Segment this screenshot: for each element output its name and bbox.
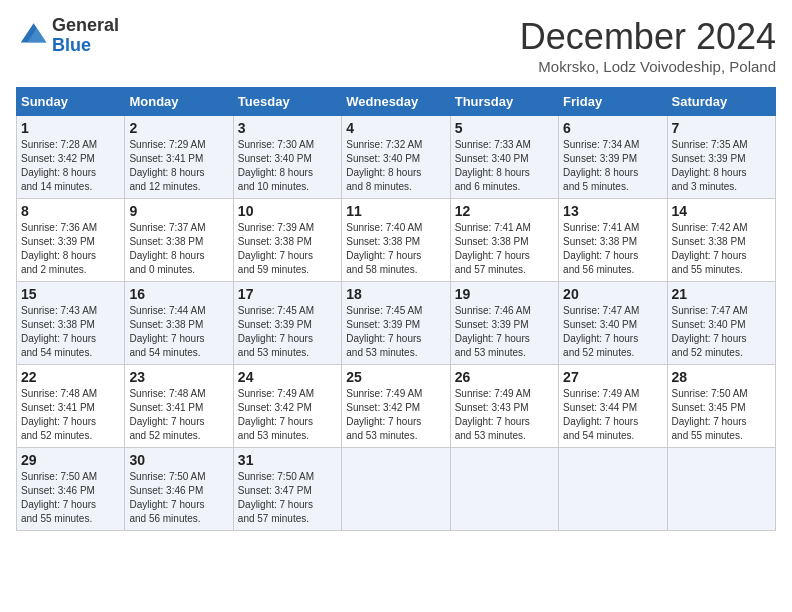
calendar-cell: 4Sunrise: 7:32 AM Sunset: 3:40 PM Daylig…	[342, 116, 450, 199]
day-info: Sunrise: 7:29 AM Sunset: 3:41 PM Dayligh…	[129, 138, 228, 194]
day-info: Sunrise: 7:47 AM Sunset: 3:40 PM Dayligh…	[563, 304, 662, 360]
day-info: Sunrise: 7:48 AM Sunset: 3:41 PM Dayligh…	[129, 387, 228, 443]
day-number: 22	[21, 369, 120, 385]
calendar-cell: 30Sunrise: 7:50 AM Sunset: 3:46 PM Dayli…	[125, 448, 233, 531]
day-info: Sunrise: 7:39 AM Sunset: 3:38 PM Dayligh…	[238, 221, 337, 277]
day-number: 13	[563, 203, 662, 219]
calendar-cell: 8Sunrise: 7:36 AM Sunset: 3:39 PM Daylig…	[17, 199, 125, 282]
day-info: Sunrise: 7:30 AM Sunset: 3:40 PM Dayligh…	[238, 138, 337, 194]
logo: General Blue	[16, 16, 119, 56]
day-info: Sunrise: 7:40 AM Sunset: 3:38 PM Dayligh…	[346, 221, 445, 277]
calendar-cell: 2Sunrise: 7:29 AM Sunset: 3:41 PM Daylig…	[125, 116, 233, 199]
calendar-cell: 27Sunrise: 7:49 AM Sunset: 3:44 PM Dayli…	[559, 365, 667, 448]
day-number: 21	[672, 286, 771, 302]
calendar-cell: 5Sunrise: 7:33 AM Sunset: 3:40 PM Daylig…	[450, 116, 558, 199]
day-info: Sunrise: 7:50 AM Sunset: 3:47 PM Dayligh…	[238, 470, 337, 526]
day-info: Sunrise: 7:50 AM Sunset: 3:46 PM Dayligh…	[129, 470, 228, 526]
column-header-thursday: Thursday	[450, 88, 558, 116]
calendar-cell: 7Sunrise: 7:35 AM Sunset: 3:39 PM Daylig…	[667, 116, 775, 199]
column-header-monday: Monday	[125, 88, 233, 116]
day-number: 12	[455, 203, 554, 219]
title-block: December 2024 Mokrsko, Lodz Voivodeship,…	[520, 16, 776, 75]
week-row-3: 15Sunrise: 7:43 AM Sunset: 3:38 PM Dayli…	[17, 282, 776, 365]
calendar-cell: 6Sunrise: 7:34 AM Sunset: 3:39 PM Daylig…	[559, 116, 667, 199]
week-row-1: 1Sunrise: 7:28 AM Sunset: 3:42 PM Daylig…	[17, 116, 776, 199]
calendar-cell: 25Sunrise: 7:49 AM Sunset: 3:42 PM Dayli…	[342, 365, 450, 448]
logo-icon	[16, 20, 48, 52]
week-row-2: 8Sunrise: 7:36 AM Sunset: 3:39 PM Daylig…	[17, 199, 776, 282]
day-info: Sunrise: 7:41 AM Sunset: 3:38 PM Dayligh…	[455, 221, 554, 277]
calendar-cell: 29Sunrise: 7:50 AM Sunset: 3:46 PM Dayli…	[17, 448, 125, 531]
day-number: 15	[21, 286, 120, 302]
calendar-cell: 16Sunrise: 7:44 AM Sunset: 3:38 PM Dayli…	[125, 282, 233, 365]
calendar-cell: 3Sunrise: 7:30 AM Sunset: 3:40 PM Daylig…	[233, 116, 341, 199]
calendar-cell	[559, 448, 667, 531]
day-number: 14	[672, 203, 771, 219]
day-number: 18	[346, 286, 445, 302]
location: Mokrsko, Lodz Voivodeship, Poland	[520, 58, 776, 75]
day-info: Sunrise: 7:50 AM Sunset: 3:45 PM Dayligh…	[672, 387, 771, 443]
calendar-cell: 21Sunrise: 7:47 AM Sunset: 3:40 PM Dayli…	[667, 282, 775, 365]
day-number: 26	[455, 369, 554, 385]
day-info: Sunrise: 7:35 AM Sunset: 3:39 PM Dayligh…	[672, 138, 771, 194]
calendar-cell: 1Sunrise: 7:28 AM Sunset: 3:42 PM Daylig…	[17, 116, 125, 199]
day-info: Sunrise: 7:46 AM Sunset: 3:39 PM Dayligh…	[455, 304, 554, 360]
calendar-cell: 24Sunrise: 7:49 AM Sunset: 3:42 PM Dayli…	[233, 365, 341, 448]
day-info: Sunrise: 7:37 AM Sunset: 3:38 PM Dayligh…	[129, 221, 228, 277]
logo-text: General Blue	[52, 16, 119, 56]
column-header-sunday: Sunday	[17, 88, 125, 116]
calendar-cell: 19Sunrise: 7:46 AM Sunset: 3:39 PM Dayli…	[450, 282, 558, 365]
day-number: 5	[455, 120, 554, 136]
column-header-tuesday: Tuesday	[233, 88, 341, 116]
column-header-saturday: Saturday	[667, 88, 775, 116]
day-number: 31	[238, 452, 337, 468]
calendar-header-row: SundayMondayTuesdayWednesdayThursdayFrid…	[17, 88, 776, 116]
day-number: 16	[129, 286, 228, 302]
day-number: 8	[21, 203, 120, 219]
column-header-wednesday: Wednesday	[342, 88, 450, 116]
calendar-table: SundayMondayTuesdayWednesdayThursdayFrid…	[16, 87, 776, 531]
day-number: 6	[563, 120, 662, 136]
day-number: 11	[346, 203, 445, 219]
day-number: 1	[21, 120, 120, 136]
calendar-cell: 31Sunrise: 7:50 AM Sunset: 3:47 PM Dayli…	[233, 448, 341, 531]
day-info: Sunrise: 7:47 AM Sunset: 3:40 PM Dayligh…	[672, 304, 771, 360]
day-info: Sunrise: 7:48 AM Sunset: 3:41 PM Dayligh…	[21, 387, 120, 443]
day-number: 24	[238, 369, 337, 385]
day-info: Sunrise: 7:43 AM Sunset: 3:38 PM Dayligh…	[21, 304, 120, 360]
calendar-cell: 22Sunrise: 7:48 AM Sunset: 3:41 PM Dayli…	[17, 365, 125, 448]
day-info: Sunrise: 7:49 AM Sunset: 3:42 PM Dayligh…	[238, 387, 337, 443]
month-title: December 2024	[520, 16, 776, 58]
day-info: Sunrise: 7:33 AM Sunset: 3:40 PM Dayligh…	[455, 138, 554, 194]
week-row-5: 29Sunrise: 7:50 AM Sunset: 3:46 PM Dayli…	[17, 448, 776, 531]
calendar-cell	[342, 448, 450, 531]
calendar-cell: 12Sunrise: 7:41 AM Sunset: 3:38 PM Dayli…	[450, 199, 558, 282]
day-info: Sunrise: 7:42 AM Sunset: 3:38 PM Dayligh…	[672, 221, 771, 277]
week-row-4: 22Sunrise: 7:48 AM Sunset: 3:41 PM Dayli…	[17, 365, 776, 448]
calendar-cell: 28Sunrise: 7:50 AM Sunset: 3:45 PM Dayli…	[667, 365, 775, 448]
day-info: Sunrise: 7:41 AM Sunset: 3:38 PM Dayligh…	[563, 221, 662, 277]
day-number: 30	[129, 452, 228, 468]
day-info: Sunrise: 7:45 AM Sunset: 3:39 PM Dayligh…	[238, 304, 337, 360]
calendar-cell: 13Sunrise: 7:41 AM Sunset: 3:38 PM Dayli…	[559, 199, 667, 282]
day-info: Sunrise: 7:49 AM Sunset: 3:44 PM Dayligh…	[563, 387, 662, 443]
calendar-cell: 15Sunrise: 7:43 AM Sunset: 3:38 PM Dayli…	[17, 282, 125, 365]
day-number: 23	[129, 369, 228, 385]
calendar-cell	[450, 448, 558, 531]
column-header-friday: Friday	[559, 88, 667, 116]
calendar-cell: 10Sunrise: 7:39 AM Sunset: 3:38 PM Dayli…	[233, 199, 341, 282]
day-info: Sunrise: 7:44 AM Sunset: 3:38 PM Dayligh…	[129, 304, 228, 360]
calendar-cell: 18Sunrise: 7:45 AM Sunset: 3:39 PM Dayli…	[342, 282, 450, 365]
day-number: 7	[672, 120, 771, 136]
calendar-cell: 14Sunrise: 7:42 AM Sunset: 3:38 PM Dayli…	[667, 199, 775, 282]
calendar-cell: 26Sunrise: 7:49 AM Sunset: 3:43 PM Dayli…	[450, 365, 558, 448]
day-number: 19	[455, 286, 554, 302]
day-info: Sunrise: 7:36 AM Sunset: 3:39 PM Dayligh…	[21, 221, 120, 277]
day-info: Sunrise: 7:45 AM Sunset: 3:39 PM Dayligh…	[346, 304, 445, 360]
day-info: Sunrise: 7:28 AM Sunset: 3:42 PM Dayligh…	[21, 138, 120, 194]
day-info: Sunrise: 7:32 AM Sunset: 3:40 PM Dayligh…	[346, 138, 445, 194]
day-number: 25	[346, 369, 445, 385]
calendar-cell: 11Sunrise: 7:40 AM Sunset: 3:38 PM Dayli…	[342, 199, 450, 282]
calendar-cell: 20Sunrise: 7:47 AM Sunset: 3:40 PM Dayli…	[559, 282, 667, 365]
calendar-cell	[667, 448, 775, 531]
